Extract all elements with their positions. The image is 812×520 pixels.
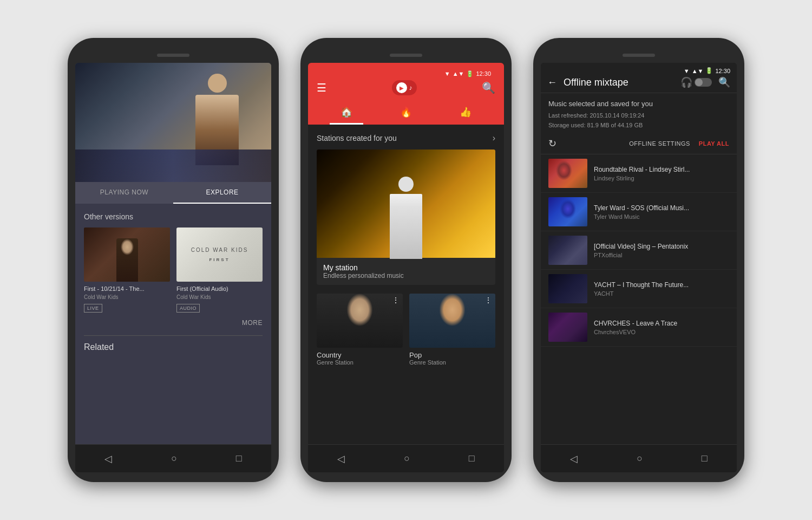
track-thumb-audio: COLD WAR KIDS FIRST	[176, 227, 263, 282]
battery-icon-3: 🔋	[705, 67, 713, 74]
person-live	[116, 238, 138, 282]
back-button[interactable]: ←	[547, 77, 557, 88]
track-artist-4: ChvrchesVEVO	[594, 329, 729, 335]
phone1-scroll: Other versions First - 10/21/14 - The...…	[75, 204, 271, 444]
audio-album-text: COLD WAR KIDS FIRST	[191, 246, 248, 264]
my-station-subtitle: Endless personalized music	[323, 272, 489, 280]
genre-type-pop: Genre Station	[409, 359, 495, 366]
phone3-content: ▼ ▲▼ 🔋 12:30 ← Offline mixtape 🎧 🔍	[541, 63, 737, 444]
offline-actions: ↻ OFFLINE SETTINGS PLAY ALL	[541, 133, 737, 154]
red-top-row: ☰ ▶ ♪ 🔍	[317, 80, 495, 95]
mini-toggle[interactable]	[695, 78, 712, 87]
genre-img-country: ⋮	[317, 294, 403, 348]
track-thumb-4	[548, 313, 587, 342]
more-button[interactable]: MORE	[84, 319, 263, 327]
track-artist-3: YACHT	[594, 290, 729, 297]
phone-1-screen: PLAYING NOW EXPLORE Other versions First…	[75, 63, 271, 472]
my-station-card[interactable]: My station Endless personalized music	[317, 150, 495, 285]
stations-chevron[interactable]: ›	[493, 133, 495, 143]
track-item-3[interactable]: YACHT – I Thought The Future... YACHT	[541, 270, 737, 308]
track-thumb-0	[548, 159, 587, 188]
network-icon-2: ▲▼	[453, 70, 464, 77]
status-bar-2: ▼ ▲▼ 🔋 12:30	[317, 67, 495, 80]
track-title-live: First - 10/21/14 - The...	[84, 285, 170, 292]
stations-header: Stations created for you ›	[317, 133, 495, 143]
phone-1: PLAYING NOW EXPLORE Other versions First…	[68, 38, 279, 482]
track-title-0: Roundtable Rival - Lindsey Stirl...	[594, 166, 729, 173]
genre-info-pop: Pop Genre Station	[409, 351, 495, 366]
play-all-button[interactable]: PLAY ALL	[699, 140, 729, 147]
nav-recent-2[interactable]: □	[469, 453, 475, 464]
speaker-3	[623, 54, 655, 57]
track-item-0[interactable]: Roundtable Rival - Lindsey Stirl... Lind…	[541, 154, 737, 193]
track-thumb-live	[84, 227, 170, 282]
nav-fire-icon[interactable]: 🔥	[389, 102, 423, 122]
country-menu-dots[interactable]: ⋮	[392, 296, 400, 304]
chvrches-thumb-art	[548, 313, 587, 342]
nav-home-3[interactable]: ○	[637, 453, 643, 464]
offline-storage-used: Storage used: 81.9 MB of 44.19 GB	[548, 121, 729, 131]
phone-3: ▼ ▲▼ 🔋 12:30 ← Offline mixtape 🎧 🔍	[533, 38, 744, 482]
track-thumb-3	[548, 274, 587, 303]
red-nav-row: 🏠 🔥 👍	[317, 102, 495, 125]
tab-bar: PLAYING NOW EXPLORE	[75, 182, 271, 204]
track-list: Roundtable Rival - Lindsey Stirl... Lind…	[541, 154, 737, 444]
nav-back-2[interactable]: ◁	[337, 453, 345, 465]
track-card-live[interactable]: First - 10/21/14 - The... Cold War Kids …	[84, 227, 170, 313]
offline-settings-button[interactable]: OFFLINE SETTINGS	[629, 140, 690, 147]
nav-recent-1[interactable]: □	[236, 453, 242, 464]
stations-title: Stations created for you	[317, 134, 397, 142]
track-item-1[interactable]: Tyler Ward - SOS (Official Musi... Tyler…	[541, 193, 737, 231]
toggle-area: ▶ ♪	[392, 80, 417, 95]
genre-pop[interactable]: ⋮ Pop Genre Station	[409, 294, 495, 366]
track-title-3: YACHT – I Thought The Future...	[594, 281, 729, 289]
phone-3-top-bar	[541, 48, 737, 63]
genre-info-country: Country Genre Station	[317, 351, 403, 366]
search-button-2[interactable]: 🔍	[482, 81, 495, 94]
genre-img-pop: ⋮	[409, 294, 495, 348]
offline-description: Music selected and saved for you	[548, 100, 729, 108]
speaker-2	[390, 54, 422, 57]
track-info-1: Tyler Ward - SOS (Official Musi... Tyler…	[594, 204, 729, 220]
refresh-button[interactable]: ↻	[548, 138, 556, 150]
track-item-4[interactable]: CHVRCHES - Leave A Trace ChvrchesVEVO	[541, 308, 737, 347]
pop-person	[409, 294, 495, 348]
nav-back-3[interactable]: ◁	[570, 453, 578, 465]
phone1-nav-bar: ◁ ○ □	[75, 444, 271, 472]
nav-recent-3[interactable]: □	[702, 453, 708, 464]
other-versions-title: Other versions	[84, 212, 263, 221]
badge-audio: AUDIO	[176, 304, 200, 313]
music-toggle[interactable]: ▶ ♪	[392, 80, 417, 95]
status-bar-3: ▼ ▲▼ 🔋 12:30	[547, 67, 730, 74]
status-time-2: 12:30	[476, 70, 491, 77]
phone-3-screen: ▼ ▲▼ 🔋 12:30 ← Offline mixtape 🎧 🔍	[541, 63, 737, 472]
toggle-label: ♪	[409, 84, 412, 92]
track-info-2: [Official Video] Sing – Pentatonix PTXof…	[594, 243, 729, 258]
nav-home-icon[interactable]: 🏠	[330, 102, 363, 122]
yacht-thumb-art	[548, 274, 587, 303]
track-card-audio[interactable]: COLD WAR KIDS FIRST First (Official Audi…	[176, 227, 263, 313]
genre-country[interactable]: ⋮ Country Genre Station	[317, 294, 403, 366]
pop-menu-dots[interactable]: ⋮	[484, 296, 492, 304]
toggle-circle: ▶	[396, 82, 407, 93]
toggle-circle-3	[695, 79, 703, 86]
search-button-3[interactable]: 🔍	[718, 76, 730, 88]
signal-icon-3: ▼	[684, 68, 690, 74]
hamburger-menu[interactable]: ☰	[317, 81, 326, 94]
tab-explore[interactable]: EXPLORE	[173, 182, 271, 203]
nav-home-1[interactable]: ○	[171, 453, 177, 464]
nav-home-2[interactable]: ○	[404, 453, 410, 464]
headphone-icon: 🎧	[680, 76, 692, 88]
track-item-2[interactable]: [Official Video] Sing – Pentatonix PTXof…	[541, 231, 737, 270]
lindsey-thumb-art	[548, 159, 587, 188]
related-title: Related	[84, 342, 263, 352]
track-info-4: CHVRCHES - Leave A Trace ChvrchesVEVO	[594, 320, 729, 335]
track-info-0: Roundtable Rival - Lindsey Stirl... Lind…	[594, 166, 729, 181]
tab-playing-now[interactable]: PLAYING NOW	[75, 182, 173, 203]
nav-back-1[interactable]: ◁	[104, 453, 112, 465]
track-title-2: [Official Video] Sing – Pentatonix	[594, 243, 729, 250]
track-info-3: YACHT – I Thought The Future... YACHT	[594, 281, 729, 297]
nav-thumbsup-icon[interactable]: 👍	[449, 102, 482, 122]
red-header: ▼ ▲▼ 🔋 12:30 ☰ ▶ ♪ 🔍 🏠	[308, 63, 504, 125]
station-person-figure	[387, 177, 425, 258]
